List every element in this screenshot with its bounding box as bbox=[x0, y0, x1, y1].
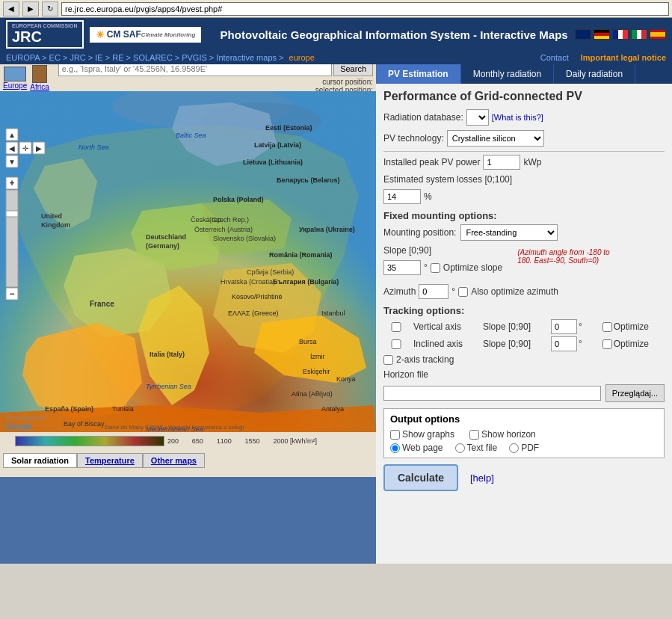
system-losses-unit: % bbox=[424, 191, 432, 202]
optimize-azimuth-label: Also optimize azimuth bbox=[471, 286, 558, 297]
pv-estimation-tab[interactable]: PV Estimation bbox=[376, 64, 461, 84]
show-graphs-label: Show graphs bbox=[402, 429, 454, 440]
output-options-section: Output options Show graphs Show horizon … bbox=[383, 408, 665, 458]
africa-tab[interactable]: Africa bbox=[30, 65, 49, 91]
peak-power-row: Installed peak PV power kWp bbox=[383, 155, 665, 170]
map-bottom-tabs: Solar radiation Temperature Other maps bbox=[0, 450, 376, 471]
horizon-input-row: Przeglądaj... bbox=[383, 384, 665, 402]
two-axis-row: 2-axis tracking bbox=[383, 354, 665, 365]
horizon-file-row: Horizon file bbox=[383, 369, 665, 380]
svg-text:Österreich (Austria): Österreich (Austria) bbox=[194, 226, 253, 233]
show-horizon-checkbox[interactable] bbox=[469, 430, 479, 440]
vertical-slope-input[interactable] bbox=[551, 319, 577, 334]
svg-text:POWERED BY: POWERED BY bbox=[6, 415, 47, 422]
color-scale-bar bbox=[15, 436, 164, 446]
inclined-optimize-checkbox[interactable] bbox=[602, 339, 612, 349]
calculate-button[interactable]: Calculate bbox=[383, 464, 458, 491]
svg-text:İzmir: İzmir bbox=[310, 353, 325, 360]
svg-text:United: United bbox=[41, 212, 62, 220]
svg-text:Polska (Poland): Polska (Poland) bbox=[213, 196, 264, 203]
svg-text:Bursa: Bursa bbox=[299, 338, 317, 345]
location-search-input[interactable] bbox=[58, 64, 332, 76]
svg-text:Latvija (Latvia): Latvija (Latvia) bbox=[254, 141, 301, 149]
show-options-row: Show graphs Show horizon bbox=[390, 429, 658, 440]
pv-content: Performance of Grid-connected PV Radiati… bbox=[376, 84, 672, 564]
temperature-tab[interactable]: Temperature bbox=[77, 453, 143, 468]
pv-tabs: PV Estimation Monthly radiation Daily ra… bbox=[376, 64, 672, 84]
flag-it[interactable] bbox=[631, 29, 647, 40]
svg-text:Baltic Sea: Baltic Sea bbox=[176, 132, 206, 139]
what-is-this-link[interactable]: [What is this?] bbox=[492, 113, 543, 122]
azimuth-input[interactable] bbox=[419, 284, 448, 299]
monthly-radiation-tab[interactable]: Monthly radiation bbox=[461, 64, 554, 84]
radiation-db-row: Radiation database: [What is this?] bbox=[383, 109, 665, 126]
svg-text:Србија (Serbia): Србија (Serbia) bbox=[247, 268, 294, 276]
web-page-radio[interactable] bbox=[390, 443, 400, 453]
svg-text:España (Spain): España (Spain) bbox=[45, 405, 93, 413]
flag-es[interactable] bbox=[650, 29, 666, 40]
inclined-optimize-label: Optimize bbox=[614, 339, 649, 349]
two-axis-checkbox[interactable] bbox=[383, 355, 393, 365]
show-graphs-checkbox[interactable] bbox=[390, 430, 400, 440]
refresh-button[interactable]: ↻ bbox=[42, 1, 58, 16]
vertical-axis-checkbox[interactable] bbox=[383, 322, 409, 332]
mounting-position-row: Mounting position: Free-standing Buildin… bbox=[383, 224, 665, 241]
other-maps-tab[interactable]: Other maps bbox=[143, 453, 205, 468]
back-button[interactable]: ◀ bbox=[3, 1, 19, 16]
map-panel: Europe Africa Search cursor position: se… bbox=[0, 64, 376, 564]
legal-notice-link[interactable]: Important legal notice bbox=[581, 53, 666, 62]
two-axis-label: 2-axis tracking bbox=[396, 354, 454, 365]
vertical-optimize-checkbox[interactable] bbox=[602, 322, 612, 332]
scale-max: 2000 [kWh/m²] bbox=[273, 437, 317, 445]
svg-text:Tyrrhenian Sea: Tyrrhenian Sea bbox=[146, 383, 191, 390]
pdf-radio[interactable] bbox=[509, 443, 519, 453]
africa-map-icon bbox=[32, 65, 47, 83]
calculate-row: Calculate [help] bbox=[383, 464, 665, 491]
flag-de[interactable] bbox=[594, 29, 610, 40]
radiation-db-select[interactable] bbox=[466, 109, 489, 126]
svg-text:Istanbul: Istanbul bbox=[321, 310, 345, 317]
system-losses-input-row: % bbox=[383, 189, 665, 204]
solar-map[interactable]: Eesti (Estonia) Latvija (Latvia) Lietuva… bbox=[0, 91, 376, 432]
site-header: EUROPEAN COMMISSION JRC ☀ CM SAF Climate… bbox=[0, 18, 672, 51]
inclined-slope-input[interactable] bbox=[551, 336, 577, 351]
flag-uk[interactable] bbox=[575, 29, 591, 40]
svg-text:Lietuva (Lithuania): Lietuva (Lithuania) bbox=[243, 158, 303, 166]
svg-text:Беларусь (Belarus): Беларусь (Belarus) bbox=[277, 176, 339, 184]
contact-link[interactable]: Contact bbox=[540, 53, 569, 62]
peak-power-input[interactable] bbox=[483, 155, 520, 170]
text-file-radio[interactable] bbox=[455, 443, 465, 453]
system-losses-input[interactable] bbox=[383, 189, 421, 204]
pv-panel-title: Performance of Grid-connected PV bbox=[383, 90, 665, 103]
search-button[interactable]: Search bbox=[333, 64, 373, 76]
daily-radiation-tab[interactable]: Daily radiation bbox=[554, 64, 635, 84]
azimuth-unit: ° bbox=[451, 286, 455, 297]
solar-radiation-tab[interactable]: Solar radiation bbox=[3, 453, 77, 468]
web-page-label: Web page bbox=[402, 443, 443, 453]
pv-technology-select[interactable]: Crystalline silicon CIS CdTe Unknown bbox=[447, 130, 544, 147]
svg-text:Deutschland: Deutschland bbox=[146, 233, 186, 241]
help-link[interactable]: [help] bbox=[470, 472, 494, 484]
slope-input[interactable] bbox=[383, 260, 421, 275]
svg-text:Konya: Konya bbox=[336, 375, 356, 383]
flag-fr[interactable] bbox=[612, 29, 629, 40]
browser-toolbar: ◀ ▶ ↻ bbox=[0, 0, 672, 18]
optimize-azimuth-checkbox[interactable] bbox=[458, 287, 468, 297]
address-bar[interactable] bbox=[61, 2, 669, 16]
europe-tab[interactable]: Europe bbox=[3, 67, 27, 90]
browse-button[interactable]: Przeglądaj... bbox=[605, 384, 665, 402]
svg-text:Slovensko (Slovakia): Slovensko (Slovakia) bbox=[213, 235, 276, 242]
output-options-title: Output options bbox=[390, 413, 658, 425]
mounting-pos-select[interactable]: Free-standing Building-integrated bbox=[460, 224, 558, 241]
scale-mid2: 1100 bbox=[217, 437, 232, 445]
svg-text:Italia (Italy): Italia (Italy) bbox=[149, 351, 185, 358]
horizon-file-label: Horizon file bbox=[383, 369, 428, 380]
inclined-axis-checkbox[interactable] bbox=[383, 339, 409, 349]
site-title: Photovoltaic Geographical Information Sy… bbox=[213, 28, 575, 41]
optimize-slope-checkbox[interactable] bbox=[431, 263, 440, 273]
horizon-file-input[interactable] bbox=[383, 386, 601, 401]
svg-text:▼: ▼ bbox=[8, 158, 16, 166]
forward-button[interactable]: ▶ bbox=[22, 1, 39, 16]
language-flags bbox=[575, 29, 666, 40]
slope-unit: ° bbox=[424, 262, 428, 273]
